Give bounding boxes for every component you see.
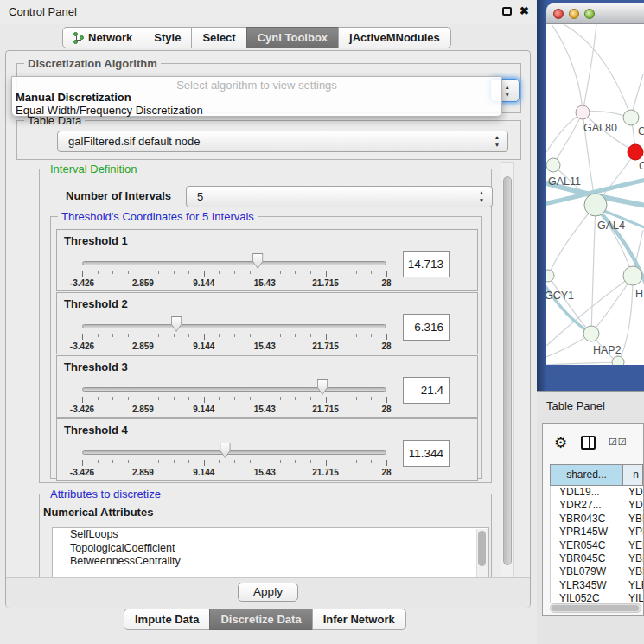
tab-network[interactable]: Network: [62, 27, 143, 48]
threshold-value-field[interactable]: 14.713: [403, 251, 450, 277]
table-row[interactable]: YPR145WYPR1: [551, 526, 643, 539]
table-row[interactable]: YDR27...YDR2: [551, 499, 643, 512]
cell-name[interactable]: YDL1: [624, 486, 643, 499]
threshold-slider-thumb[interactable]: [170, 316, 183, 332]
table-row[interactable]: YDL19...YDL1: [551, 486, 643, 499]
table-row[interactable]: YER054CYER0: [551, 539, 643, 552]
popup-option-equal-width[interactable]: Equal Width/Frequency Discretization: [16, 104, 203, 117]
slider-tick: [386, 397, 387, 403]
tab-discretize-data[interactable]: Discretize Data: [209, 609, 312, 630]
network-node[interactable]: [584, 194, 607, 216]
network-node[interactable]: [628, 144, 643, 160]
slider-tick-label: 28: [381, 405, 391, 414]
network-edge[interactable]: [546, 362, 618, 365]
table-horizontal-scrollbar[interactable]: [550, 603, 641, 613]
slider-tick-label: 21.715: [312, 278, 339, 288]
scrollbar-thumb[interactable]: [552, 605, 639, 611]
table-row[interactable]: YBL079WYBL0: [551, 565, 643, 578]
network-edge[interactable]: [553, 112, 583, 165]
threshold-label: Threshold 1: [64, 234, 128, 247]
network-node-label: GAL4: [597, 220, 625, 232]
tab-label: jActiveMNodules: [349, 28, 440, 48]
traffic-light-zoom-icon[interactable]: [584, 9, 595, 19]
network-canvas[interactable]: GAL80GACGAL11GAL4GCY1HHAP2: [546, 24, 644, 365]
cell-shared-name[interactable]: YBR043C: [551, 513, 624, 526]
threshold-slider-track[interactable]: [82, 324, 386, 328]
cell-shared-name[interactable]: YBL079W: [551, 565, 624, 578]
tab-select[interactable]: Select: [191, 27, 246, 48]
network-node[interactable]: [583, 326, 599, 341]
list-item[interactable]: TopologicalCoefficient: [53, 542, 488, 556]
table-data-combo[interactable]: galFiltered.sif default node ▲▼: [57, 131, 508, 152]
apply-button[interactable]: Apply: [238, 583, 298, 602]
network-window-titlebar[interactable]: [546, 3, 644, 24]
network-edge[interactable]: [591, 276, 633, 334]
network-edge[interactable]: [591, 205, 596, 334]
close-icon[interactable]: ✖: [520, 4, 529, 17]
cell-shared-name[interactable]: YDL19...: [551, 486, 624, 499]
tab-impute-data[interactable]: Impute Data: [124, 609, 210, 630]
scrollbar-thumb[interactable]: [478, 531, 486, 566]
network-edge[interactable]: [564, 24, 631, 118]
cell-shared-name[interactable]: YLR345W: [551, 579, 624, 592]
network-node[interactable]: [546, 158, 560, 172]
network-edge[interactable]: [548, 205, 596, 276]
settings-vertical-scrollbar[interactable]: [501, 162, 514, 578]
checkbox-icons[interactable]: ☑☑: [609, 437, 628, 448]
slider-tick: [265, 334, 265, 340]
cell-name[interactable]: YPR1: [624, 526, 643, 539]
threshold-slider-thumb[interactable]: [316, 379, 329, 395]
cell-name[interactable]: YIL0: [624, 592, 643, 603]
tab-infer-network[interactable]: Infer Network: [312, 609, 406, 630]
gear-icon[interactable]: ⚙: [554, 434, 567, 452]
tab-jactivemnodules[interactable]: jActiveMNodules: [338, 27, 451, 48]
network-node[interactable]: [576, 105, 590, 119]
cell-shared-name[interactable]: YPR145W: [551, 526, 624, 539]
table-row[interactable]: YBR043CYBR0: [551, 513, 643, 526]
network-node[interactable]: [623, 110, 639, 125]
threshold-value-field[interactable]: 11.344: [403, 440, 450, 467]
network-edge[interactable]: [552, 24, 583, 112]
split-view-icon[interactable]: [581, 436, 596, 450]
attributes-list-scrollbar[interactable]: [476, 529, 488, 578]
threshold-slider-thumb[interactable]: [219, 443, 232, 458]
scrollbar-thumb[interactable]: [503, 176, 512, 565]
slider-tick: [234, 460, 235, 463]
threshold-slider-track[interactable]: [82, 261, 386, 265]
number-of-intervals-combo[interactable]: 5 ▲▼: [186, 186, 493, 207]
slider-tick: [112, 271, 113, 274]
float-window-icon[interactable]: [502, 7, 512, 16]
network-node[interactable]: [546, 270, 554, 282]
list-item[interactable]: SelfLoops: [53, 528, 488, 542]
cell-shared-name[interactable]: YIL052C: [551, 592, 624, 603]
cell-name[interactable]: YBL0: [624, 565, 643, 578]
traffic-light-close-icon[interactable]: [553, 9, 564, 19]
column-header-name[interactable]: n: [623, 464, 643, 486]
table-row[interactable]: YIL052CYIL0: [551, 592, 643, 603]
table-row[interactable]: YLR345WYLR3: [551, 579, 643, 592]
cell-name[interactable]: YBR0: [624, 552, 643, 565]
tab-style[interactable]: Style: [143, 27, 192, 48]
table-row[interactable]: YBR045CYBR0: [551, 552, 643, 565]
network-edge[interactable]: [583, 24, 596, 112]
cell-name[interactable]: YER0: [624, 539, 643, 552]
cell-name[interactable]: YBR0: [624, 513, 643, 526]
cell-shared-name[interactable]: YDR27...: [551, 499, 624, 512]
cell-shared-name[interactable]: YBR045C: [551, 552, 624, 565]
threshold-slider-thumb[interactable]: [252, 253, 265, 269]
numerical-attributes-list[interactable]: SelfLoopsTopologicalCoefficientBetweenne…: [52, 527, 489, 578]
list-item[interactable]: BetweennessCentrality: [53, 555, 488, 569]
threshold-slider-track[interactable]: [82, 450, 386, 455]
column-header-shared-name[interactable]: shared...: [550, 464, 623, 486]
traffic-light-minimize-icon[interactable]: [569, 9, 579, 19]
threshold-value-field[interactable]: 6.316: [403, 314, 450, 341]
threshold-slider-track[interactable]: [82, 387, 386, 392]
tab-cyni-toolbox[interactable]: Cyni Toolbox: [246, 27, 339, 48]
network-node[interactable]: [623, 266, 642, 285]
popup-option-manual[interactable]: Manual Discretization: [16, 91, 131, 104]
threshold-value-field[interactable]: 21.4: [403, 377, 450, 404]
network-node[interactable]: [612, 356, 624, 365]
cell-name[interactable]: YDR2: [624, 499, 643, 512]
cell-shared-name[interactable]: YER054C: [551, 539, 624, 552]
cell-name[interactable]: YLR3: [624, 579, 643, 592]
